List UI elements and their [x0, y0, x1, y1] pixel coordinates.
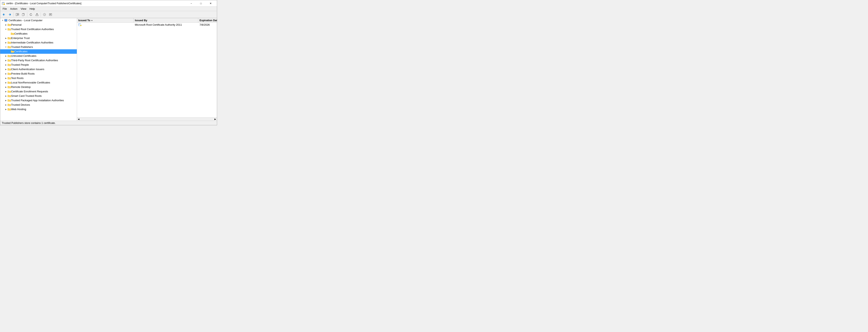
close-button[interactable]: ✕ — [206, 0, 215, 7]
refresh-icon — [30, 13, 32, 16]
list-content[interactable]: Microsoft Root Certificate Authority 201… — [77, 23, 217, 118]
local-nonremovable-expand[interactable]: ▶ — [4, 80, 7, 85]
folder-icon — [7, 90, 11, 93]
copy-button[interactable] — [21, 12, 26, 18]
untrusted-expand[interactable]: ▶ — [4, 54, 7, 58]
folder-icon — [7, 103, 11, 106]
trusted-devices-label: Trusted Devices — [11, 103, 30, 107]
window-title: certlm - [Certificates - Local Computer\… — [6, 2, 82, 5]
col-header-issued-by[interactable]: Issued By — [134, 18, 198, 23]
smart-card-expand[interactable]: ▶ — [4, 94, 7, 98]
tree-item-untrusted[interactable]: ▶ Untrusted Certificates — [0, 54, 77, 58]
col-header-expiry[interactable]: Expiration Date — [198, 18, 217, 23]
folder-icon — [7, 41, 11, 44]
tree-item-trusted-people[interactable]: ▶ Trusted People — [0, 63, 77, 67]
tree-item-enterprise[interactable]: ▶ Enterprise Trust — [0, 36, 77, 40]
horizontal-scrollbar[interactable]: ◀ ▶ — [77, 118, 217, 121]
tree-item-trusted-publishers-certs[interactable]: Certificates — [0, 49, 77, 54]
scroll-track[interactable] — [80, 118, 214, 121]
col-expiry-label: Expiration Date — [199, 19, 217, 22]
svg-rect-24 — [8, 42, 11, 44]
tree-item-trusted-publishers[interactable]: ▼ Trusted Publishers — [0, 45, 77, 49]
test-roots-label: Test Roots — [11, 76, 24, 80]
tree-item-cert-enrollment[interactable]: ▶ Certificate Enrollment Requests — [0, 89, 77, 94]
tree-item-local-nonremovable[interactable]: ▶ Local NonRemovable Certificates — [0, 80, 77, 85]
third-party-expand[interactable]: ▶ — [4, 58, 7, 63]
folder-icon — [7, 77, 11, 79]
svg-rect-20 — [8, 25, 11, 26]
svg-rect-38 — [8, 104, 11, 106]
trusted-root-label: Trusted Root Certification Authorities — [11, 27, 54, 32]
maximize-button[interactable]: □ — [196, 0, 206, 7]
svg-rect-27 — [8, 56, 11, 57]
folder-icon — [7, 108, 11, 111]
root-expand-icon[interactable]: ▼ — [1, 18, 4, 23]
cell-issued-to — [77, 23, 134, 27]
tree-item-trusted-packaged[interactable]: ▶ Trusted Packaged App Installation Auth… — [0, 98, 77, 103]
tree-item-remote-desktop[interactable]: ▶ Remote Desktop — [0, 85, 77, 89]
forward-button[interactable] — [7, 12, 13, 18]
intermediate-ca-label: Intermediate Certification Authorities — [11, 40, 53, 45]
intermediate-expand[interactable]: ▶ — [4, 40, 7, 45]
svg-rect-30 — [8, 69, 11, 70]
folder-icon — [7, 81, 11, 84]
tree-item-smart-card[interactable]: ▶ Smart Card Trusted Roots — [0, 94, 77, 98]
preview-build-expand[interactable]: ▶ — [4, 71, 7, 76]
personal-expand[interactable]: ▶ — [4, 23, 7, 27]
trusted-publishers-certs-label: Certificates — [14, 49, 28, 54]
minimize-button[interactable]: − — [187, 0, 196, 7]
test-roots-expand[interactable]: ▶ — [4, 76, 7, 80]
trusted-devices-expand[interactable]: ▶ — [4, 103, 7, 107]
tree-pane[interactable]: ▼ Certificates - Local Computer ▶ Person… — [0, 18, 77, 121]
enterprise-expand[interactable]: ▶ — [4, 36, 7, 40]
folder-icon — [7, 72, 11, 75]
tree-item-trusted-root[interactable]: ▼ Trusted Root Certification Authorities — [0, 27, 77, 32]
trusted-root-expand[interactable]: ▼ — [4, 27, 7, 32]
tree-item-trusted-root-certs[interactable]: Certificates — [0, 32, 77, 36]
menu-action[interactable]: Action — [8, 7, 19, 11]
table-row[interactable]: Microsoft Root Certificate Authority 201… — [77, 23, 217, 27]
tree-item-personal[interactable]: ▶ Personal — [0, 23, 77, 27]
menu-help[interactable]: Help — [28, 7, 37, 11]
tree-icon — [16, 13, 19, 16]
trusted-publishers-label: Trusted Publishers — [11, 45, 33, 49]
tree-item-third-party[interactable]: ▶ Third-Party Root Certification Authori… — [0, 58, 77, 63]
trusted-packaged-expand[interactable]: ▶ — [4, 98, 7, 103]
scroll-left-button[interactable]: ◀ — [77, 118, 80, 121]
tree-item-preview-build[interactable]: ▶ Preview Build Roots — [0, 71, 77, 76]
web-hosting-expand[interactable]: ▶ — [4, 107, 7, 111]
cert-enrollment-expand[interactable]: ▶ — [4, 89, 7, 94]
no-expand-2 — [7, 49, 11, 54]
tree-item-intermediate-ca[interactable]: ▶ Intermediate Certification Authorities — [0, 40, 77, 45]
back-button[interactable] — [1, 12, 7, 18]
svg-rect-35 — [8, 91, 11, 93]
client-auth-expand[interactable]: ▶ — [4, 67, 7, 71]
tree-root[interactable]: ▼ Certificates - Local Computer — [0, 18, 77, 23]
refresh-button[interactable] — [28, 12, 34, 18]
untrusted-label: Untrusted Certificates — [11, 54, 36, 58]
tree-item-trusted-devices[interactable]: ▶ Trusted Devices — [0, 103, 77, 107]
svg-point-44 — [81, 25, 82, 26]
tree-item-web-hosting[interactable]: ▶ Web Hosting — [0, 107, 77, 111]
remote-desktop-expand[interactable]: ▶ — [4, 85, 7, 89]
trusted-people-expand[interactable]: ▶ — [4, 63, 7, 67]
folder-icon — [7, 46, 11, 48]
svg-point-4 — [4, 4, 5, 5]
tree-item-test-roots[interactable]: ▶ Test Roots — [0, 76, 77, 80]
menu-file[interactable]: File — [1, 7, 8, 11]
svg-rect-7 — [18, 14, 19, 15]
col-issued-by-label: Issued By — [135, 19, 147, 22]
trusted-publishers-expand[interactable]: ▼ — [4, 45, 7, 49]
third-party-label: Third-Party Root Certification Authoriti… — [11, 58, 58, 63]
svg-rect-10 — [36, 15, 38, 16]
folder-icon — [7, 86, 11, 89]
show-hide-tree-button[interactable] — [14, 12, 20, 18]
col-header-issued-to[interactable]: Issued To ▲ — [77, 18, 134, 23]
menu-view[interactable]: View — [19, 7, 28, 11]
export-button[interactable] — [34, 12, 40, 18]
properties-button[interactable] — [48, 12, 53, 18]
scroll-right-button[interactable]: ▶ — [214, 118, 217, 121]
tree-item-client-auth[interactable]: ▶ Client Authentication Issuers — [0, 67, 77, 71]
main-window: certlm - [Certificates - Local Computer\… — [0, 0, 217, 125]
help-button[interactable]: ? — [42, 12, 47, 18]
